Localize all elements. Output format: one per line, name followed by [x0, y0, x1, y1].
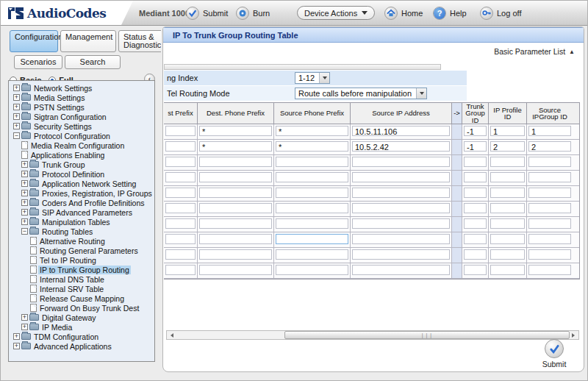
- scrollbar-thumb[interactable]: | | |: [284, 331, 570, 339]
- tree-item[interactable]: Protocol Definition: [9, 169, 154, 179]
- source-ip-address-input[interactable]: [352, 203, 450, 213]
- tree-item[interactable]: Release Cause Mapping: [9, 293, 154, 303]
- tree-item[interactable]: Advanced Applications: [9, 341, 154, 351]
- tree-item-label[interactable]: Proxies, Registration, IP Groups: [40, 189, 154, 198]
- source-ip-address-input[interactable]: [352, 265, 450, 275]
- tree-item[interactable]: Coders And Profile Definitions: [9, 198, 154, 207]
- tree-item[interactable]: Security Settings: [9, 121, 154, 131]
- tree-item-label[interactable]: Routing Tables: [40, 227, 94, 236]
- tree-item[interactable]: Internal SRV Table: [9, 284, 154, 293]
- tree-item[interactable]: TDM Configuration: [9, 332, 154, 341]
- source-phone-prefix-input[interactable]: [276, 265, 348, 275]
- tree-item[interactable]: SIP Advanced Parameters: [9, 207, 154, 217]
- basic-parameter-list-toggle[interactable]: Basic Parameter List ▲: [494, 47, 575, 56]
- burn-toolbar-button[interactable]: Burn: [236, 1, 270, 25]
- tree-item-label[interactable]: Protocol Configuration: [32, 132, 112, 140]
- tree-item-label[interactable]: Release Cause Mapping: [38, 294, 126, 303]
- tree-item[interactable]: Routing Tables: [9, 227, 154, 236]
- source-ip-address-input[interactable]: [352, 172, 450, 182]
- trunk-group-id-input[interactable]: [464, 188, 487, 198]
- tree-item[interactable]: IP Media: [9, 322, 154, 332]
- expand-collapse-icon[interactable]: [21, 161, 28, 168]
- dest-phone-prefix-input[interactable]: [199, 203, 272, 213]
- dest-phone-prefix-input[interactable]: [199, 234, 272, 244]
- tree-item-label[interactable]: TDM Configuration: [32, 332, 100, 341]
- dest-prefix-input[interactable]: [165, 249, 196, 260]
- tree-item-label[interactable]: PSTN Settings: [32, 103, 86, 112]
- tree-item[interactable]: Protocol Configuration: [9, 131, 154, 140]
- device-actions-dropdown[interactable]: Device Actions: [297, 6, 375, 20]
- tree-item-label[interactable]: Media Realm Configuration: [29, 141, 126, 150]
- tree-item[interactable]: Applications Enabling: [9, 150, 154, 160]
- tree-item-label[interactable]: Trunk Group: [40, 160, 87, 169]
- source-ipgroup-id-input[interactable]: 2: [528, 141, 571, 152]
- expand-collapse-icon[interactable]: [21, 180, 28, 187]
- tree-item-label[interactable]: Manipulation Tables: [40, 218, 112, 227]
- trunk-group-id-input[interactable]: [464, 203, 487, 213]
- tab-configuration[interactable]: Configuration: [10, 30, 58, 52]
- tree-item[interactable]: Network Settings: [9, 83, 154, 93]
- source-phone-prefix-input[interactable]: [276, 188, 348, 198]
- dest-phone-prefix-input[interactable]: [199, 218, 272, 229]
- horizontal-scrollbar[interactable]: | | |: [166, 330, 579, 340]
- trunk-group-id-input[interactable]: [464, 265, 487, 275]
- tab-scenarios[interactable]: Scenarios: [14, 55, 62, 69]
- ip-profile-id-input[interactable]: [490, 172, 525, 182]
- source-phone-prefix-input[interactable]: [276, 203, 348, 213]
- home-button[interactable]: Home: [384, 1, 423, 25]
- source-ipgroup-id-input[interactable]: [528, 234, 571, 244]
- trunk-group-id-input[interactable]: [464, 249, 487, 260]
- trunk-group-id-input[interactable]: [464, 218, 487, 229]
- tree-item-label[interactable]: Media Settings: [32, 93, 86, 102]
- trunk-group-id-input[interactable]: -1: [464, 141, 487, 152]
- dest-prefix-input[interactable]: [165, 126, 196, 136]
- submit-toolbar-button[interactable]: Submit: [186, 1, 228, 25]
- dest-phone-prefix-input[interactable]: [199, 265, 272, 275]
- expand-collapse-icon[interactable]: [21, 199, 28, 206]
- source-ip-address-input[interactable]: [352, 157, 450, 167]
- source-phone-prefix-input[interactable]: [276, 218, 348, 229]
- tree-item-label[interactable]: SIP Advanced Parameters: [40, 208, 134, 217]
- trunk-group-id-input[interactable]: [464, 172, 487, 182]
- tree-item-label[interactable]: Tel to IP Routing: [38, 256, 98, 265]
- tree-item-label[interactable]: Digital Gateway: [40, 313, 98, 322]
- dest-phone-prefix-input[interactable]: *: [199, 126, 272, 136]
- ip-profile-id-input[interactable]: [490, 218, 525, 229]
- ip-profile-id-input[interactable]: [490, 157, 525, 167]
- trunk-group-id-input[interactable]: [464, 234, 487, 244]
- expand-collapse-icon[interactable]: [21, 171, 28, 177]
- ip-profile-id-input[interactable]: 2: [490, 141, 525, 152]
- tree-item-label[interactable]: Advanced Applications: [32, 342, 113, 351]
- expand-collapse-icon[interactable]: [21, 218, 28, 225]
- submit-button[interactable]: Submit: [538, 339, 570, 368]
- source-phone-prefix-input[interactable]: [276, 234, 348, 244]
- tree-item[interactable]: Alternative Routing: [9, 236, 154, 246]
- source-phone-prefix-input[interactable]: [276, 172, 348, 182]
- source-phone-prefix-input[interactable]: *: [276, 126, 348, 136]
- expand-collapse-icon[interactable]: [13, 85, 20, 91]
- dest-prefix-input[interactable]: [165, 265, 196, 275]
- tree-item[interactable]: Internal DNS Table: [9, 274, 154, 284]
- tree-item-label[interactable]: Protocol Definition: [40, 170, 106, 179]
- tree-item[interactable]: Media Settings: [9, 93, 154, 102]
- source-ipgroup-id-input[interactable]: [528, 249, 571, 260]
- ip-profile-id-input[interactable]: 1: [490, 126, 525, 136]
- expand-collapse-icon[interactable]: [21, 190, 28, 196]
- ip-profile-id-input[interactable]: [490, 234, 525, 244]
- source-ip-address-input[interactable]: [352, 188, 450, 198]
- trunk-group-id-input[interactable]: -1: [464, 126, 487, 136]
- tree-item[interactable]: IP to Trunk Group Routing: [9, 265, 154, 274]
- dest-prefix-input[interactable]: [165, 218, 196, 229]
- dest-prefix-input[interactable]: [165, 203, 196, 213]
- source-ip-address-input[interactable]: 10.5.11.106: [352, 126, 450, 136]
- dest-phone-prefix-input[interactable]: [199, 249, 272, 260]
- tree-item-label[interactable]: Routing General Parameters: [38, 246, 140, 255]
- tree-item[interactable]: Media Realm Configuration: [9, 140, 154, 150]
- tree-item-label[interactable]: Application Network Setting: [40, 179, 137, 188]
- tree-item[interactable]: PSTN Settings: [9, 102, 154, 112]
- tree-item[interactable]: Forward On Busy Trunk Dest: [9, 303, 154, 313]
- tab-management[interactable]: Management: [60, 30, 116, 52]
- ip-profile-id-input[interactable]: [490, 265, 525, 275]
- expand-collapse-icon[interactable]: [21, 314, 28, 321]
- source-ip-address-input[interactable]: [352, 234, 450, 244]
